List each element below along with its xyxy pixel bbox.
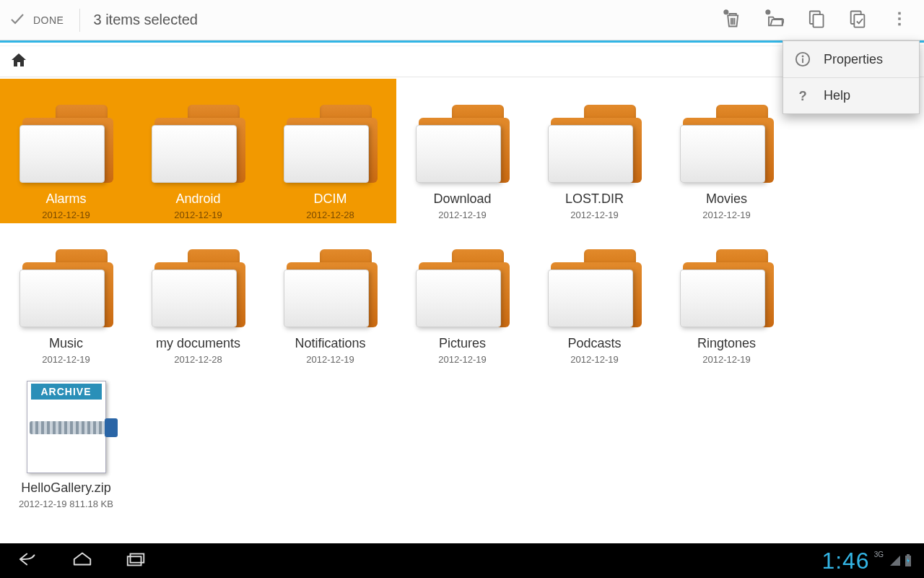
folder-icon (144, 228, 253, 329)
file-tile[interactable]: Podcasts2012-12-19 (528, 223, 661, 368)
select-all-button[interactable] (842, 4, 873, 36)
svg-text:?: ? (798, 88, 806, 103)
file-tile[interactable]: Pictures2012-12-19 (396, 223, 528, 368)
folder-open-icon (764, 9, 784, 32)
file-tile[interactable]: ARCHIVEHelloGallery.zip2012-12-19 811.18… (0, 368, 132, 512)
file-tile[interactable]: my documents2012-12-28 (132, 223, 264, 368)
help-icon: ? (795, 88, 811, 104)
file-date: 2012-12-19 (174, 210, 222, 220)
info-icon (795, 51, 811, 67)
file-name: Alarms (45, 191, 86, 207)
file-name: my documents (156, 336, 240, 351)
svg-rect-12 (854, 14, 864, 27)
file-name: Download (433, 191, 491, 207)
folder-icon (541, 83, 649, 184)
menu-item-properties[interactable]: Properties (783, 41, 919, 77)
battery-icon (904, 554, 912, 567)
folder-icon (409, 228, 517, 329)
file-date: 2012-12-19 811.18 KB (19, 499, 113, 509)
done-label: DONE (33, 14, 64, 26)
svg-rect-10 (814, 14, 824, 27)
back-icon (18, 549, 40, 572)
folder-icon (673, 228, 781, 329)
separator (79, 9, 80, 32)
file-date: 2012-12-19 (570, 354, 619, 365)
file-date: 2012-12-19 (702, 354, 751, 365)
file-name: Pictures (439, 336, 486, 351)
move-button[interactable] (758, 4, 790, 36)
svg-rect-14 (898, 17, 901, 20)
folder-icon (12, 228, 121, 329)
signal-icon (889, 555, 901, 566)
file-tile[interactable]: LOST.DIR2012-12-19 (528, 79, 661, 223)
recents-icon (125, 549, 147, 572)
svg-rect-18 (802, 59, 803, 63)
status-clock: 1:46 (821, 548, 869, 574)
file-name: HelloGallery.zip (21, 480, 111, 496)
selection-title: 3 items selected (93, 12, 198, 28)
file-date: 2012-12-28 (306, 210, 354, 220)
home-button[interactable] (10, 51, 27, 72)
file-date: 2012-12-19 (702, 210, 751, 220)
home-icon (10, 59, 27, 71)
file-tile[interactable]: Movies2012-12-19 (661, 79, 793, 223)
file-name: Music (49, 336, 83, 351)
folder-icon (12, 83, 121, 184)
file-name: DCIM (314, 191, 347, 207)
status-network-label: 3G (874, 551, 884, 558)
file-date: 2012-12-19 (306, 354, 354, 365)
trash-icon (722, 9, 742, 32)
file-tile[interactable]: DCIM2012-12-28 (264, 79, 396, 223)
file-name: Podcasts (567, 336, 621, 351)
menu-item-label: Properties (824, 52, 883, 67)
folder-icon (673, 83, 781, 184)
file-tile[interactable]: Ringtones2012-12-19 (661, 223, 793, 368)
file-name: Android (175, 191, 220, 207)
svg-point-17 (802, 56, 804, 58)
file-grid: Alarms2012-12-19Android2012-12-19DCIM201… (0, 77, 924, 512)
check-icon (9, 10, 26, 30)
menu-item-help[interactable]: ? Help (783, 77, 919, 113)
folder-icon (409, 83, 517, 184)
copy-button[interactable] (800, 4, 832, 36)
copy-icon (806, 9, 826, 32)
action-bar: DONE 3 items selected (0, 0, 924, 40)
folder-icon (276, 83, 385, 184)
svg-rect-13 (898, 12, 901, 14)
file-date: 2012-12-28 (174, 354, 222, 365)
select-all-icon (847, 9, 868, 32)
file-name: Ringtones (697, 336, 756, 351)
file-tile[interactable]: Notifications2012-12-19 (264, 223, 396, 368)
nav-home-button[interactable] (65, 543, 100, 578)
nav-back-button[interactable] (12, 543, 46, 578)
file-date: 2012-12-19 (438, 354, 487, 365)
file-name: Movies (706, 191, 747, 207)
done-button[interactable]: DONE (9, 10, 64, 30)
file-tile[interactable]: Download2012-12-19 (396, 79, 528, 223)
home-outline-icon (71, 549, 93, 572)
file-tile[interactable]: Android2012-12-19 (132, 79, 264, 223)
overflow-menu: Properties ? Help (783, 40, 920, 114)
file-name: Notifications (295, 336, 365, 351)
file-date: 2012-12-19 (570, 210, 619, 220)
delete-button[interactable] (716, 4, 748, 36)
file-tile[interactable]: Music2012-12-19 (0, 223, 132, 368)
file-date: 2012-12-19 (42, 354, 90, 365)
file-name: LOST.DIR (565, 191, 624, 207)
file-date: 2012-12-19 (42, 210, 90, 220)
svg-rect-23 (907, 554, 910, 556)
folder-icon (144, 83, 253, 184)
overflow-button[interactable] (884, 4, 915, 36)
folder-icon (541, 228, 649, 329)
menu-item-label: Help (824, 88, 850, 103)
folder-icon (276, 228, 385, 329)
file-date: 2012-12-19 (438, 210, 487, 220)
file-tile[interactable]: Alarms2012-12-19 (0, 79, 132, 223)
more-vert-icon (889, 9, 910, 32)
svg-rect-15 (898, 22, 901, 25)
archive-icon: ARCHIVE (12, 372, 121, 473)
system-navbar: 1:46 3G (0, 543, 924, 578)
nav-recents-button[interactable] (118, 543, 153, 578)
